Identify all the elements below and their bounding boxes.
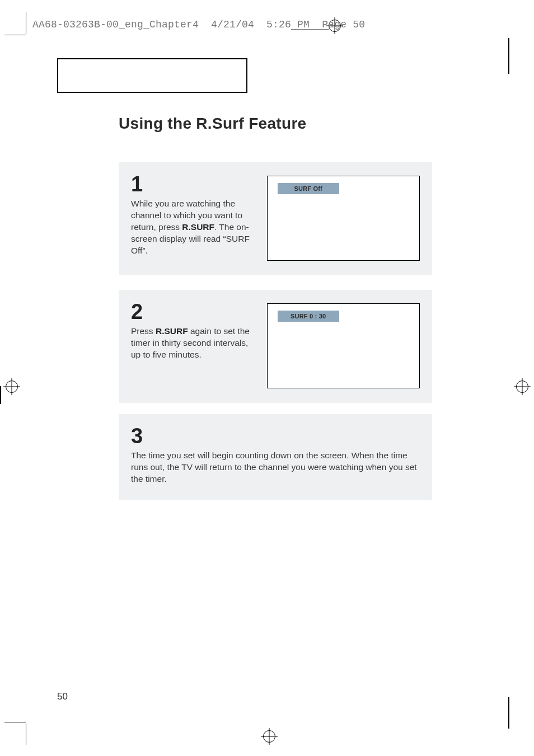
step-text-bold: R.SURF	[156, 326, 188, 336]
crop-mark	[508, 697, 509, 729]
print-slug: AA68-03263B-00_eng_Chapter4 4/21/04 5:26…	[32, 19, 365, 30]
tv-screen-preview: SURF Off	[267, 176, 420, 261]
document-page: AA68-03263B-00_eng_Chapter4 4/21/04 5:26…	[0, 0, 534, 756]
step-block-1: 1 While you are watching the channel to …	[119, 162, 432, 275]
step-text: While you are watching the channel to wh…	[131, 198, 251, 257]
registration-mark-icon	[3, 378, 20, 395]
slug-underline	[291, 29, 329, 30]
osd-chip: SURF Off	[278, 183, 339, 194]
step-number: 3	[131, 425, 420, 447]
step-text: The time you set will begin counting dow…	[131, 450, 420, 485]
crop-mark	[0, 386, 1, 404]
step-text: Press R.SURF again to set the timer in t…	[131, 326, 251, 361]
registration-mark-icon	[261, 728, 278, 745]
crop-mark	[508, 38, 509, 74]
crop-mark	[4, 35, 26, 35]
header-empty-box	[57, 58, 247, 93]
slug-page: Page 50	[322, 19, 365, 30]
page-number: 50	[57, 691, 68, 702]
step-text-bold: R.SURF	[182, 222, 214, 232]
osd-chip: SURF 0 : 30	[278, 311, 339, 322]
slug-date: 4/21/04	[211, 19, 254, 30]
step-block-2: 2 Press R.SURF again to set the timer in…	[119, 290, 432, 403]
crop-mark	[4, 722, 26, 722]
registration-mark-icon	[514, 378, 531, 395]
step-number: 1	[131, 173, 251, 195]
step-block-3: 3 The time you set will begin counting d…	[119, 414, 432, 500]
tv-screen-preview: SURF 0 : 30	[267, 303, 420, 388]
crop-mark	[26, 12, 26, 34]
step-text-pre: Press	[131, 326, 156, 336]
slug-time: 5:26 PM	[266, 19, 310, 30]
slug-filename: AA68-03263B-00_eng_Chapter4	[32, 19, 199, 30]
step-number: 2	[131, 301, 251, 322]
page-title: Using the R.Surf Feature	[119, 115, 306, 133]
crop-mark	[26, 724, 26, 745]
